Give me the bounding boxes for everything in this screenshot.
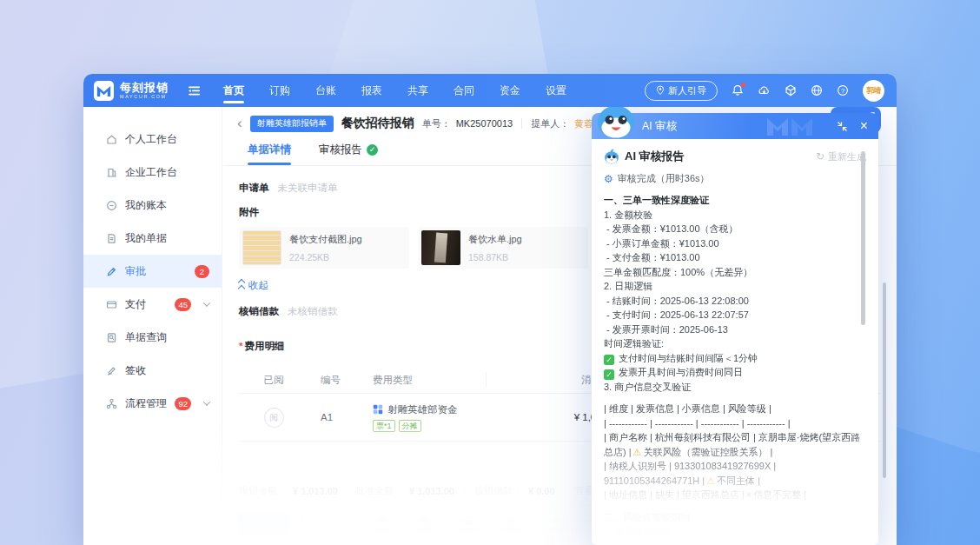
process-flow-icon (106, 398, 117, 409)
ai-panel-title: AI 审核 (642, 119, 677, 134)
nav-item-ledger[interactable]: 台账 (315, 74, 336, 107)
report-line: | ------------ | ------------ | --------… (604, 416, 866, 431)
warning-icon (633, 447, 642, 457)
sidebar-item-my-documents[interactable]: 我的单据 (83, 222, 222, 255)
sidebar-item-sign-receive[interactable]: 签收 (83, 354, 222, 387)
footer-action[interactable] (454, 515, 483, 534)
report-line: - 单次消费金额：¥1013.00 (604, 539, 866, 545)
report-line: | 纳税人识别号 | 91330108341927699X | 91110105… (604, 459, 866, 488)
user-avatar[interactable]: 郭靖 (863, 80, 884, 102)
help-icon[interactable]: ? (837, 84, 849, 96)
sidebar-item-personal-workbench[interactable]: 个人工作台 (83, 123, 222, 156)
sidebar-item-payment[interactable]: 支付 45 (83, 288, 222, 321)
sidebar-item-my-ledger[interactable]: 我的账本 (83, 189, 222, 222)
brand-logo[interactable]: 每刻报销 MAYCUR.COM (94, 81, 169, 101)
nav-item-contract[interactable]: 合同 (454, 74, 474, 107)
nav-item-report[interactable]: 报表 (361, 74, 382, 107)
top-navbar: 每刻报销 MAYCUR.COM 首页 订购 台账 报表 共享 合同 资金 设置 (83, 74, 897, 107)
nav-item-order[interactable]: 订购 (269, 74, 290, 107)
approve-pen-icon (106, 266, 117, 277)
sidebar-item-company-workbench[interactable]: 企业工作台 (83, 156, 222, 189)
ai-status-row: 审核完成（用时36s） (604, 172, 866, 185)
tab-audit-report[interactable]: 审核报告 (319, 143, 378, 165)
collapse-sidebar-icon[interactable] (188, 85, 201, 96)
document-icon (106, 233, 117, 244)
sign-pen-icon (106, 365, 117, 376)
footer-actions-ghost (238, 513, 613, 535)
gear-icon (604, 174, 613, 184)
report-line: 三单金额匹配度：100%（无差异） (604, 265, 866, 280)
report-line: 发票开具时间与消费时间同日 (604, 365, 866, 380)
attachment-item[interactable]: 餐饮支付截图.jpg 224.25KB (239, 227, 409, 269)
double-chevron-up-icon (239, 280, 244, 291)
nav-item-funds[interactable]: 资金 (500, 74, 520, 107)
report-line: - 发票开票时间：2025-06-13 (604, 322, 866, 337)
main-scrollbar[interactable] (883, 282, 886, 478)
maycur-logo-icon (94, 81, 114, 101)
cloud-download-icon[interactable] (758, 84, 771, 96)
notification-bell-icon[interactable] (732, 84, 744, 96)
globe-language-icon[interactable] (811, 84, 823, 96)
column-divider (486, 372, 487, 388)
cube-apps-icon[interactable] (785, 84, 797, 96)
tab-document-detail[interactable]: 单据详情 (248, 143, 291, 165)
report-line: 2. 日期逻辑 (604, 279, 866, 294)
nav-item-share[interactable]: 共享 (407, 74, 428, 107)
ai-report-lines: 一、三单一致性深度验证 1. 金额校验 - 发票金额：¥1013.00（含税） … (604, 193, 866, 545)
pin-icon (656, 85, 665, 96)
report-line: - 小票订单金额：¥1013.00 (604, 236, 866, 251)
back-icon[interactable]: ‹ (237, 116, 242, 130)
report-line: 支付时间与结账时间间隔＜1分钟 (604, 351, 866, 366)
app-window: 每刻报销 MAYCUR.COM 首页 订购 台账 报表 共享 合同 资金 设置 (83, 74, 897, 545)
chevron-down-icon (203, 299, 210, 306)
document-title: 餐饮招待报销 (341, 116, 414, 131)
report-line: 二、风险点智能识别 (604, 510, 866, 525)
footer-action[interactable] (367, 515, 396, 534)
report-line: | 维度 | 发票信息 | 小票信息 | 风险等级 | (604, 402, 866, 416)
ai-report-body: AI 审核报告 重新生成 审核完成（用时36s） 一、三单一致性深度验证 1. … (592, 139, 878, 545)
collapse-attachments-link[interactable]: 收起 (239, 279, 268, 292)
home-icon (106, 134, 117, 145)
maycur-watermark (765, 115, 818, 137)
collapse-panel-icon[interactable] (837, 121, 848, 132)
report-line: | 地址信息 | 缺失 | 望京西路总店 |信息不完整 | (604, 488, 866, 502)
report-line: 一、三单一致性深度验证 (604, 193, 866, 208)
ai-mini-mascot-icon (604, 149, 619, 164)
approval-count-badge: 2 (195, 265, 209, 278)
expense-type-name: 射雕英雄部资金 (387, 403, 458, 416)
warning-icon (706, 475, 715, 486)
primary-action-button[interactable] (238, 513, 288, 535)
check-icon (604, 369, 614, 380)
ai-report-title: AI 审核报告 (625, 149, 685, 164)
read-status-badge: 阅 (264, 408, 284, 428)
invoice-count-tag: 票*1 (373, 420, 395, 432)
svg-text:?: ? (841, 87, 845, 95)
sidebar-item-approval[interactable]: 审批 2 (83, 255, 222, 288)
footer-action[interactable] (497, 515, 526, 534)
sidebar-item-process-management[interactable]: 流程管理 92 (83, 387, 222, 420)
nav-item-home[interactable]: 首页 (223, 74, 244, 107)
newbie-guide-button[interactable]: 新人引导 (645, 81, 718, 101)
secondary-action-button[interactable] (302, 513, 353, 535)
close-icon[interactable] (860, 119, 868, 133)
payment-card-icon (106, 299, 117, 310)
sidebar-item-document-search[interactable]: 单据查询 (83, 321, 222, 354)
report-line: - 支付时间：2025-06-13 22:07:57 (604, 308, 866, 322)
report-line: - 支付金额：¥1013.00 (604, 250, 866, 265)
notification-dot (741, 83, 745, 87)
error-icon (746, 489, 752, 500)
attachment-item[interactable]: 餐饮水单.jpg 158.87KB (418, 227, 588, 269)
regenerate-button[interactable]: 重新生成 (816, 150, 866, 163)
footer-action[interactable] (540, 515, 570, 534)
check-icon (367, 144, 378, 156)
footer-action[interactable] (410, 515, 440, 534)
chevron-down-icon (203, 398, 210, 405)
report-line: | 商户名称 | 杭州每刻科技有限公司 | 京朋串屋·烧烤(望京西路总店) |关… (604, 430, 866, 459)
nav-item-settings[interactable]: 设置 (546, 74, 566, 107)
attachment-thumbnail[interactable] (421, 230, 460, 265)
ai-panel-scrollbar[interactable] (861, 151, 865, 325)
expense-number: A1 (308, 412, 373, 422)
submitter-name[interactable]: 黄蓉 (574, 117, 593, 130)
report-line: 1. 金额校验 (604, 208, 866, 223)
attachment-thumbnail[interactable] (242, 230, 281, 265)
